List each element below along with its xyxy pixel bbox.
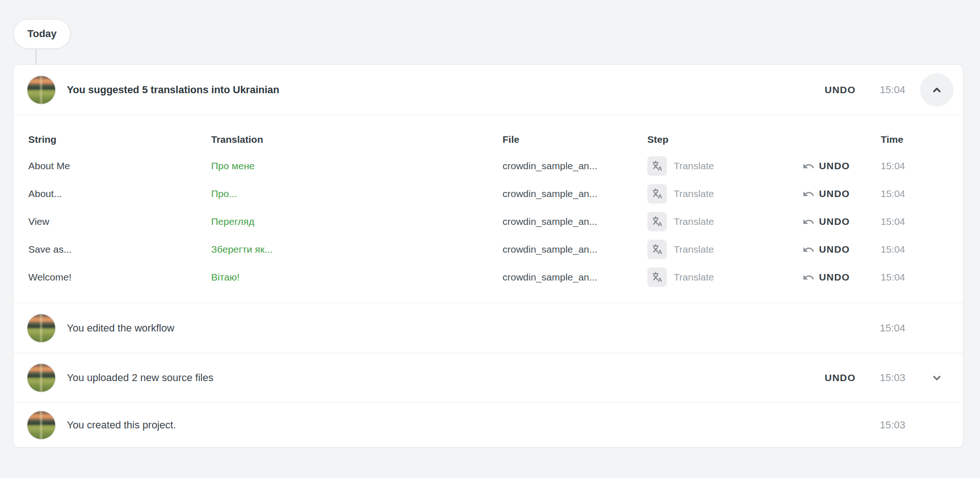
step-label: Translate xyxy=(674,188,714,199)
collapse-button[interactable] xyxy=(920,73,954,107)
undo-button[interactable]: UNDO xyxy=(825,84,856,96)
collapse-slot xyxy=(919,311,954,346)
step-label: Translate xyxy=(674,272,714,283)
translate-icon xyxy=(647,156,667,176)
undo-button[interactable]: UNDO xyxy=(819,272,850,283)
row-undo: UNDO xyxy=(802,243,881,256)
translation-cell[interactable]: Про... xyxy=(211,188,503,199)
row-undo: UNDO xyxy=(802,271,881,284)
file-cell[interactable]: crowdin_sample_an... xyxy=(503,188,647,199)
string-cell: About... xyxy=(28,188,211,199)
undo-button[interactable]: UNDO xyxy=(819,160,850,172)
table-row: Save as... Зберегти як... crowdin_sample… xyxy=(28,236,963,263)
activity-actions: UNDO 15:04 xyxy=(825,72,954,108)
user-avatar xyxy=(27,411,55,439)
activity-title: You uploaded 2 new source files xyxy=(67,372,213,384)
undo-arrow-icon xyxy=(802,216,815,228)
column-header-time: Time xyxy=(881,134,963,145)
undo-button[interactable]: UNDO xyxy=(825,372,856,383)
activity-actions: 15:03 xyxy=(880,408,954,443)
row-undo: UNDO xyxy=(802,188,881,200)
date-badge: Today xyxy=(13,19,71,49)
activity-actions: UNDO 15:03 xyxy=(825,360,954,395)
chevron-down-icon xyxy=(930,371,944,385)
user-avatar xyxy=(27,314,55,342)
file-cell[interactable]: crowdin_sample_an... xyxy=(503,216,647,227)
row-undo: UNDO xyxy=(802,216,881,228)
translation-cell[interactable]: Перегляд xyxy=(211,216,503,227)
translation-cell[interactable]: Про мене xyxy=(211,160,503,172)
translation-cell[interactable]: Зберегти як... xyxy=(211,244,503,255)
activity-time: 15:04 xyxy=(880,84,919,96)
step-label: Translate xyxy=(674,244,714,255)
step-label: Translate xyxy=(674,216,714,227)
file-cell[interactable]: crowdin_sample_an... xyxy=(503,272,647,283)
translation-cell[interactable]: Вітаю! xyxy=(211,272,503,283)
undo-arrow-icon xyxy=(802,271,815,284)
step-cell: Translate xyxy=(647,240,802,259)
translate-icon xyxy=(647,268,667,287)
column-header-translation: Translation xyxy=(211,134,503,145)
table-row: View Перегляд crowdin_sample_an... Trans… xyxy=(28,208,963,236)
activity-time: 15:03 xyxy=(880,419,919,431)
translation-details-table: String Translation File Step Time About … xyxy=(13,115,963,303)
string-cell: Welcome! xyxy=(28,272,211,283)
table-row: About Me Про мене crowdin_sample_an... T… xyxy=(28,152,963,180)
table-header-row: String Translation File Step Time xyxy=(28,127,963,152)
string-cell: View xyxy=(28,216,211,227)
activity-row-edited-workflow[interactable]: You edited the workflow 15:04 xyxy=(13,303,963,353)
activity-title: You edited the workflow xyxy=(67,322,174,334)
translate-icon xyxy=(647,212,667,231)
table-row: About... Про... crowdin_sample_an... Tra… xyxy=(28,180,963,208)
undo-button[interactable]: UNDO xyxy=(819,244,850,255)
string-cell: Save as... xyxy=(28,244,211,255)
undo-button[interactable]: UNDO xyxy=(819,216,850,227)
undo-arrow-icon xyxy=(802,243,815,256)
collapse-slot xyxy=(919,408,954,443)
activity-row-created-project[interactable]: You created this project. 15:03 xyxy=(13,403,963,447)
time-cell: 15:04 xyxy=(881,188,963,199)
column-header-file: File xyxy=(503,134,647,145)
timeline-connector xyxy=(35,49,37,64)
column-header-step: Step xyxy=(647,134,802,145)
file-cell[interactable]: crowdin_sample_an... xyxy=(503,244,647,255)
undo-button[interactable]: UNDO xyxy=(819,188,850,199)
translate-icon xyxy=(647,184,667,204)
undo-arrow-icon xyxy=(802,160,815,172)
activity-title: You suggested 5 translations into Ukrain… xyxy=(67,84,279,96)
time-cell: 15:04 xyxy=(881,160,963,172)
undo-arrow-icon xyxy=(802,188,815,200)
time-cell: 15:04 xyxy=(881,216,963,227)
activity-feed-page: Today You suggested 5 translations into … xyxy=(0,19,980,478)
user-avatar xyxy=(27,364,55,392)
activity-actions: 15:04 xyxy=(880,311,954,346)
step-label: Translate xyxy=(674,160,714,172)
activity-row-uploaded-files[interactable]: You uploaded 2 new source files UNDO 15:… xyxy=(13,353,963,402)
file-cell[interactable]: crowdin_sample_an... xyxy=(503,160,647,172)
time-cell: 15:04 xyxy=(881,244,963,255)
activity-time: 15:03 xyxy=(880,372,919,384)
time-cell: 15:04 xyxy=(881,272,963,283)
string-cell: About Me xyxy=(28,160,211,172)
expand-slot xyxy=(919,360,954,395)
table-row: Welcome! Вітаю! crowdin_sample_an... Tra… xyxy=(28,263,963,291)
activity-title: You created this project. xyxy=(67,419,176,431)
step-cell: Translate xyxy=(647,184,802,204)
activity-card: You suggested 5 translations into Ukrain… xyxy=(13,64,963,447)
user-avatar xyxy=(27,76,55,104)
step-cell: Translate xyxy=(647,212,802,231)
row-undo: UNDO xyxy=(802,160,881,172)
activity-row-suggested-translations[interactable]: You suggested 5 translations into Ukrain… xyxy=(13,65,963,115)
activity-time: 15:04 xyxy=(880,322,919,334)
translate-icon xyxy=(647,240,667,259)
step-cell: Translate xyxy=(647,156,802,176)
step-cell: Translate xyxy=(647,268,802,287)
chevron-up-icon xyxy=(930,83,944,97)
collapse-slot xyxy=(919,72,954,108)
expand-button[interactable] xyxy=(928,369,946,387)
date-badge-label: Today xyxy=(27,28,57,40)
column-header-string: String xyxy=(28,134,211,145)
